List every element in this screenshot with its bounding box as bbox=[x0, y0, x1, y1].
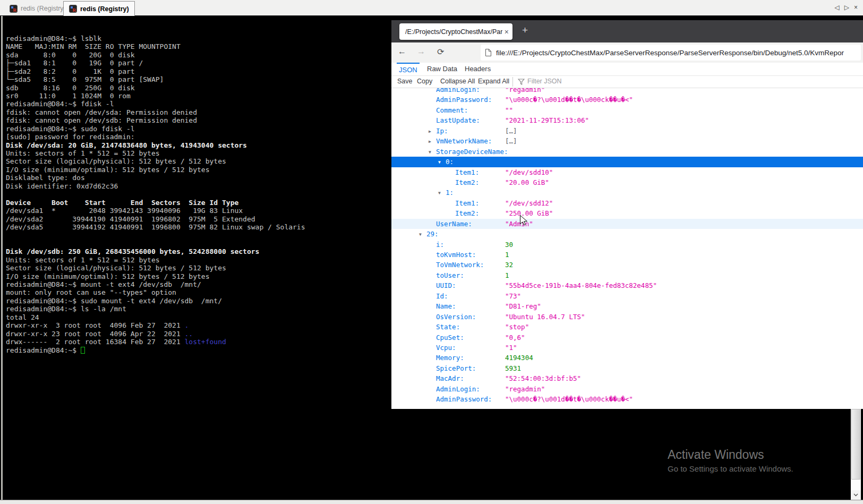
json-row[interactable]: Item1:"/dev/sdd12" bbox=[391, 198, 863, 208]
tab-raw-data[interactable]: Raw Data bbox=[425, 63, 459, 76]
close-icon[interactable]: × bbox=[854, 4, 858, 11]
json-key: 29: bbox=[391, 229, 439, 240]
terminal-line: I/O size (minimum/optimal): 512 bytes / … bbox=[6, 166, 374, 174]
terminal-line: Units: sectors of 1 * 512 = 512 bytes bbox=[6, 256, 374, 264]
json-value: 30 bbox=[505, 240, 513, 250]
json-row[interactable]: OsVersion:"Ubuntu 16.04.7 LTS" bbox=[391, 312, 863, 322]
app-tab-redis-1[interactable]: R redis (Registry) bbox=[4, 1, 71, 16]
json-row[interactable]: MacAdr:"52:54:00:3d:bf:b5" bbox=[391, 373, 863, 383]
json-key: MacAdr: bbox=[391, 373, 464, 384]
twisty-expanded-icon[interactable]: ▼ bbox=[438, 188, 441, 199]
terminal-line: sr0 11:0 1 1024M 0 rom bbox=[6, 92, 374, 100]
json-row[interactable]: AdminLogin:"regadmin" bbox=[391, 384, 863, 394]
scrollbar-thumb[interactable] bbox=[851, 409, 860, 480]
json-row[interactable]: Comment:"" bbox=[391, 105, 863, 115]
json-row[interactable]: Item2:"20.00 GiB" bbox=[391, 177, 863, 187]
collapse-all-button[interactable]: Collapse All bbox=[440, 78, 475, 85]
terminal-line: /dev/sda1 * 2048 39942143 39940096 19G 8… bbox=[6, 207, 374, 215]
json-row[interactable]: Item2:"250.00 GiB" bbox=[391, 208, 863, 218]
copy-button[interactable]: Copy bbox=[417, 78, 432, 85]
json-key: SpicePort: bbox=[391, 363, 476, 374]
json-row[interactable]: CpuSet:"0,6" bbox=[391, 332, 863, 343]
json-row[interactable]: UUID:"55b4d5ce-191b-4aa4-804e-fed83c82e4… bbox=[391, 280, 863, 291]
json-key: Vcpu: bbox=[391, 343, 456, 353]
json-value: "stop" bbox=[505, 322, 529, 332]
json-row[interactable]: SpicePort:5931 bbox=[391, 363, 863, 373]
tab-json[interactable]: JSON bbox=[397, 63, 420, 76]
vertical-scrollbar[interactable] bbox=[851, 409, 861, 500]
new-tab-button[interactable]: + bbox=[522, 24, 528, 36]
json-row[interactable]: Memory:4194304 bbox=[391, 353, 863, 363]
json-key: Memory: bbox=[391, 353, 464, 363]
back-icon[interactable]: ← bbox=[398, 47, 406, 56]
json-value: "" bbox=[505, 105, 513, 116]
json-key: Item1: bbox=[391, 167, 479, 178]
terminal-line bbox=[6, 231, 374, 239]
twisty-expanded-icon[interactable]: ▼ bbox=[419, 229, 422, 240]
json-row[interactable]: ▼1: bbox=[391, 187, 863, 198]
mouse-cursor bbox=[519, 215, 528, 226]
json-key: AdminPassword: bbox=[391, 95, 492, 105]
json-row[interactable]: ▶Ip:[…] bbox=[391, 126, 863, 136]
json-key: Comment: bbox=[391, 105, 468, 116]
twisty-collapsed-icon[interactable]: ▶ bbox=[429, 126, 431, 137]
filter-json-input[interactable]: Filter JSON bbox=[527, 78, 562, 85]
json-value: "regadmin" bbox=[505, 384, 545, 395]
json-row[interactable]: Item1:"/dev/sdd10" bbox=[391, 167, 863, 177]
json-row[interactable]: Vcpu:"1" bbox=[391, 343, 863, 353]
save-button[interactable]: Save bbox=[397, 78, 413, 85]
json-value: "52:54:00:3d:bf:b5" bbox=[505, 373, 581, 384]
browser-tab[interactable]: /E:/Projects/CryptoChestMax/Parse × bbox=[399, 23, 512, 40]
json-row[interactable]: AdminPassword:"\u000c�?\u001d��t�\u000ck… bbox=[391, 95, 863, 105]
close-tab-icon[interactable]: × bbox=[502, 28, 509, 36]
json-row[interactable]: ▼StorageDeviceName: bbox=[391, 147, 863, 157]
json-row[interactable]: UserName:"Admin" bbox=[391, 219, 863, 229]
terminal-line: mount: only root can use "--types" optio… bbox=[6, 288, 374, 296]
terminal-window[interactable]: redisadmin@D84:~$ lsblkNAME MAJ:MIN RM S… bbox=[1, 16, 374, 500]
json-key: Item2: bbox=[391, 177, 479, 188]
terminal-line bbox=[6, 240, 374, 247]
json-row[interactable]: Id:"73" bbox=[391, 291, 863, 301]
json-row[interactable]: Name:"D81-reg" bbox=[391, 301, 863, 311]
twisty-expanded-icon[interactable]: ▼ bbox=[429, 147, 431, 158]
json-key: ToVmNetwork: bbox=[391, 260, 484, 270]
app-tab-strip: R redis (Registry) R redis (Registry) ◁ … bbox=[0, 0, 863, 16]
json-value: "73" bbox=[505, 291, 521, 302]
scroll-down-button[interactable] bbox=[851, 490, 861, 500]
forward-icon[interactable]: → bbox=[417, 47, 425, 56]
app-tab-label: redis (Registry) bbox=[21, 5, 66, 12]
json-value: "D81-reg" bbox=[505, 301, 541, 312]
twisty-expanded-icon[interactable]: ▼ bbox=[438, 157, 441, 168]
json-row[interactable]: ▼29: bbox=[391, 229, 863, 239]
horizontal-scrollbar[interactable] bbox=[0, 500, 863, 504]
app-tab-redis-2[interactable]: R redis (Registry) bbox=[63, 1, 135, 16]
json-row[interactable]: State:"stop" bbox=[391, 322, 863, 332]
tab-headers[interactable]: Headers bbox=[463, 63, 493, 76]
tab-scroll-right-icon[interactable]: ▷ bbox=[844, 4, 849, 11]
json-row[interactable]: ToVmNetwork:32 bbox=[391, 260, 863, 270]
terminal-line: redisadmin@D84:~$ sudo fdisk -l bbox=[6, 125, 374, 133]
terminal-line: Sector size (logical/physical): 512 byte… bbox=[6, 264, 374, 272]
expand-all-button[interactable]: Expand All bbox=[478, 78, 509, 85]
terminal-line: ├─sda2 8:2 0 1K 0 part bbox=[6, 67, 374, 75]
json-value: "55b4d5ce-191b-4aa4-804e-fed83c82e485" bbox=[505, 280, 657, 291]
address-bar[interactable]: file:///E:/Projects/CryptoChestMax/Parse… bbox=[481, 45, 861, 61]
json-row[interactable]: ▼0: bbox=[391, 157, 863, 167]
json-row[interactable]: AdminPassword:"\u000c�?\u001d��t�\u000ck… bbox=[391, 394, 863, 404]
terminal-line: Units: sectors of 1 * 512 = 512 bytes bbox=[6, 149, 374, 157]
json-row[interactable]: toUser:1 bbox=[391, 270, 863, 280]
json-value: "250.00 GiB" bbox=[505, 208, 553, 219]
reload-icon[interactable]: ⟳ bbox=[437, 47, 444, 57]
json-row[interactable]: ▶VmNetworkName:[…] bbox=[391, 136, 863, 146]
tab-scroll-left-icon[interactable]: ◁ bbox=[835, 4, 840, 11]
json-row[interactable]: i:30 bbox=[391, 240, 863, 250]
json-key: UUID: bbox=[391, 280, 456, 291]
json-row[interactable]: LastUpdate:"2021-11-29T15:13:06" bbox=[391, 115, 863, 125]
terminal-line: Disk identifier: 0xd7d62c36 bbox=[6, 182, 374, 190]
json-row[interactable]: AdminLogin:"regadmin" bbox=[391, 88, 863, 95]
json-row[interactable]: toKvmHost:1 bbox=[391, 250, 863, 260]
twisty-collapsed-icon[interactable]: ▶ bbox=[429, 136, 431, 147]
browser-tab-strip: /E:/Projects/CryptoChestMax/Parse × + bbox=[391, 20, 863, 42]
browser-window: /E:/Projects/CryptoChestMax/Parse × + ← … bbox=[391, 20, 863, 409]
filter-icon bbox=[518, 79, 525, 85]
